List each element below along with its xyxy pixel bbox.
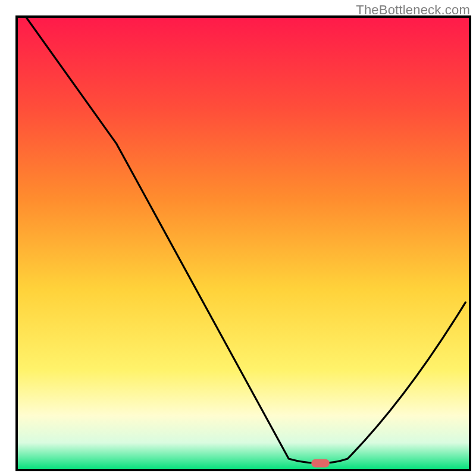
trough-marker	[311, 459, 329, 468]
chart-container: TheBottleneck.com	[0, 0, 476, 476]
bottleneck-chart	[0, 0, 476, 476]
watermark-text: TheBottleneck.com	[356, 2, 470, 18]
plot-background	[17, 17, 470, 470]
